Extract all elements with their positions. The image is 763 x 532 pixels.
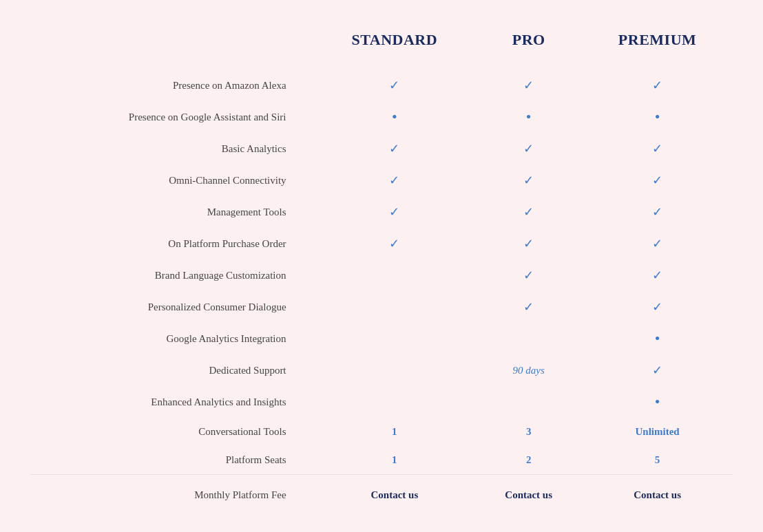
cell-standard <box>314 323 476 354</box>
check-icon: ✓ <box>389 142 399 156</box>
feature-name: Personalized Consumer Dialogue <box>30 291 314 323</box>
check-icon: ✓ <box>652 300 662 314</box>
check-icon: ✓ <box>523 300 534 314</box>
cell-premium: ✓ <box>582 259 733 291</box>
check-icon: ✓ <box>652 268 662 282</box>
number-value: 5 <box>655 454 660 465</box>
cell-premium: ✓ <box>582 354 733 386</box>
dot-icon: • <box>392 108 397 125</box>
cell-premium: ✓ <box>582 133 733 164</box>
header-feature-col <box>30 24 314 70</box>
feature-name: Basic Analytics <box>30 133 314 164</box>
table-row: Enhanced Analytics and Insights• <box>30 386 733 418</box>
dot-icon: • <box>655 330 660 347</box>
number-value: 1 <box>392 454 397 465</box>
comparison-table: STANDARD PRO PREMIUM Presence on Amazon … <box>17 3 746 529</box>
cell-standard: 1 <box>314 446 476 475</box>
cell-premium: ✓ <box>582 164 733 196</box>
check-icon: ✓ <box>523 268 534 282</box>
check-icon: ✓ <box>389 205 399 219</box>
table-row: Brand Language Customization✓✓ <box>30 259 733 291</box>
number-value: 3 <box>526 426 532 437</box>
footer-feature: Monthly Platform Fee <box>30 475 314 509</box>
feature-name: Conversational Tools <box>30 418 314 446</box>
cell-pro: 3 <box>475 418 582 446</box>
feature-name: Presence on Amazon Alexa <box>30 70 314 101</box>
cell-standard <box>314 259 476 291</box>
check-icon: ✓ <box>652 173 662 187</box>
cell-pro <box>475 323 582 354</box>
cell-premium: • <box>582 323 733 354</box>
feature-name: Dedicated Support <box>30 354 314 386</box>
days-value: 90 days <box>513 365 545 376</box>
check-icon: ✓ <box>652 363 662 377</box>
dot-icon: • <box>655 108 660 125</box>
cell-standard: 1 <box>314 418 476 446</box>
cell-standard: ✓ <box>314 164 476 196</box>
check-icon: ✓ <box>389 78 399 92</box>
table-row: Dedicated Support90 days✓ <box>30 354 733 386</box>
cell-premium: 5 <box>582 446 733 475</box>
feature-name: Brand Language Customization <box>30 259 314 291</box>
number-value: 2 <box>526 454 532 465</box>
cell-premium: Unlimited <box>582 418 733 446</box>
feature-name: Google Analytics Integration <box>30 323 314 354</box>
unlimited-value: Unlimited <box>636 426 680 437</box>
feature-name: Omni-Channel Connectivity <box>30 164 314 196</box>
check-icon: ✓ <box>523 173 534 187</box>
cell-standard <box>314 354 476 386</box>
table-row: Presence on Google Assistant and Siri••• <box>30 101 733 133</box>
cell-pro: ✓ <box>475 228 582 259</box>
cell-pro: ✓ <box>475 133 582 164</box>
cell-pro: ✓ <box>475 259 582 291</box>
cell-standard <box>314 291 476 323</box>
table-row: Personalized Consumer Dialogue✓✓ <box>30 291 733 323</box>
feature-name: Presence on Google Assistant and Siri <box>30 101 314 133</box>
check-icon: ✓ <box>523 237 534 251</box>
feature-name: Enhanced Analytics and Insights <box>30 386 314 418</box>
footer-pro: Contact us <box>475 475 582 509</box>
number-value: 1 <box>392 426 397 437</box>
header-standard: STANDARD <box>314 24 476 70</box>
check-icon: ✓ <box>523 78 534 92</box>
cell-pro: ✓ <box>475 291 582 323</box>
table-row: Platform Seats125 <box>30 446 733 475</box>
check-icon: ✓ <box>652 205 662 219</box>
cell-premium: ✓ <box>582 291 733 323</box>
cell-standard: ✓ <box>314 133 476 164</box>
cell-pro: • <box>475 101 582 133</box>
check-icon: ✓ <box>523 205 534 219</box>
cell-pro <box>475 386 582 418</box>
cell-premium: ✓ <box>582 70 733 101</box>
feature-name: On Platform Purchase Order <box>30 228 314 259</box>
table-row: Basic Analytics✓✓✓ <box>30 133 733 164</box>
table-row: On Platform Purchase Order✓✓✓ <box>30 228 733 259</box>
cell-pro: 90 days <box>475 354 582 386</box>
cell-premium: ✓ <box>582 196 733 228</box>
check-icon: ✓ <box>389 237 399 251</box>
cell-standard <box>314 386 476 418</box>
check-icon: ✓ <box>652 78 662 92</box>
cell-premium: • <box>582 101 733 133</box>
cell-premium: ✓ <box>582 228 733 259</box>
cell-pro: 2 <box>475 446 582 475</box>
cell-pro: ✓ <box>475 164 582 196</box>
cell-standard: ✓ <box>314 196 476 228</box>
check-icon: ✓ <box>523 142 534 156</box>
feature-name: Management Tools <box>30 196 314 228</box>
table-row: Management Tools✓✓✓ <box>30 196 733 228</box>
table-row: Google Analytics Integration• <box>30 323 733 354</box>
header-premium: PREMIUM <box>582 24 733 70</box>
table-row: Conversational Tools13Unlimited <box>30 418 733 446</box>
table-row: Presence on Amazon Alexa✓✓✓ <box>30 70 733 101</box>
dot-icon: • <box>655 393 660 410</box>
cell-premium: • <box>582 386 733 418</box>
check-icon: ✓ <box>652 142 662 156</box>
check-icon: ✓ <box>652 237 662 251</box>
cell-pro: ✓ <box>475 70 582 101</box>
cell-pro: ✓ <box>475 196 582 228</box>
footer-row: Monthly Platform Fee Contact us Contact … <box>30 475 733 509</box>
cell-standard: ✓ <box>314 70 476 101</box>
feature-name: Platform Seats <box>30 446 314 475</box>
cell-standard: ✓ <box>314 228 476 259</box>
